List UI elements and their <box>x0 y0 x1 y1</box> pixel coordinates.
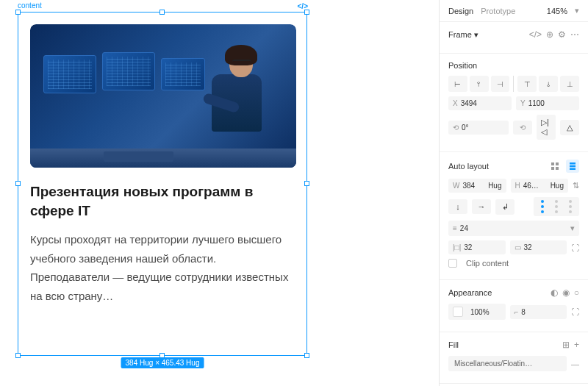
card-hero-image <box>30 24 296 168</box>
appearance-section-label: Appearance <box>448 288 492 297</box>
dev-handoff-icon[interactable]: </> <box>529 29 542 40</box>
fill-style-pill[interactable]: Miscellaneous/Floatin… <box>448 356 567 371</box>
settings-icon[interactable]: ⚙ <box>558 29 566 40</box>
svg-rect-6 <box>570 168 576 171</box>
selection-box: </> Презентация новых программ в сфере I… <box>18 12 307 356</box>
frame-name-label[interactable]: content <box>18 1 42 10</box>
x-position-field[interactable]: X3494 <box>448 96 512 110</box>
padding-h-field[interactable]: |□|32 <box>448 240 506 254</box>
direction-wrap-button[interactable]: ↲ <box>495 199 514 215</box>
padding-expand-icon[interactable]: ⛶ <box>571 243 579 252</box>
svg-rect-0 <box>551 162 554 165</box>
fill-add-button[interactable]: + <box>574 340 579 350</box>
align-center-h-button[interactable]: ⫯ <box>470 76 489 92</box>
direction-right-button[interactable]: → <box>472 199 491 214</box>
gap-field[interactable]: ≡24▾ <box>448 221 579 236</box>
svg-rect-2 <box>551 167 554 170</box>
clip-content-label: Clip content <box>466 259 509 268</box>
handle-top-right[interactable] <box>304 10 309 15</box>
frame-type-dropdown[interactable]: Frame ▾ <box>448 30 478 40</box>
svg-rect-5 <box>570 165 576 168</box>
dimension-badge: 384 Hug × 465.43 Hug <box>121 357 204 368</box>
opacity-field[interactable]: 100% <box>448 304 506 320</box>
autolayout-section-label: Auto layout <box>448 162 489 171</box>
tab-design[interactable]: Design <box>448 7 473 15</box>
zoom-level[interactable]: 145% <box>547 7 567 15</box>
handle-bottom-right[interactable] <box>304 353 309 358</box>
blend-mode-icon[interactable]: ◐ <box>551 287 558 298</box>
component-icon[interactable]: ⊕ <box>546 29 553 40</box>
position-section-label: Position <box>448 61 477 70</box>
svg-rect-4 <box>570 162 576 165</box>
align-top-button[interactable]: ⊤ <box>517 76 537 92</box>
fill-section-label: Fill <box>448 340 459 349</box>
handle-top-left[interactable] <box>15 10 21 15</box>
autolayout-none-button[interactable] <box>548 160 562 173</box>
flip-h-button[interactable]: ⟲ <box>513 121 532 135</box>
corner-radius-field[interactable]: ⌐8 <box>510 305 567 319</box>
align-right-button[interactable]: ⊣ <box>491 76 510 92</box>
flip-v-button[interactable]: ▷|◁ <box>537 115 556 140</box>
card-title: Презентация новых программ в сфере IT <box>30 182 296 220</box>
autolayout-vertical-button[interactable] <box>566 160 579 173</box>
width-field[interactable]: W384Hug <box>448 179 506 193</box>
padding-v-field[interactable]: ▭32 <box>510 240 567 254</box>
clip-content-checkbox[interactable] <box>448 259 457 268</box>
content-card[interactable]: Презентация новых программ в сфере IT Ку… <box>30 24 296 305</box>
fill-styles-icon[interactable]: ⊞ <box>562 340 570 350</box>
fill-remove-button[interactable]: — <box>571 360 579 368</box>
direction-down-button[interactable]: ↓ <box>448 199 467 214</box>
svg-rect-3 <box>556 167 559 170</box>
y-position-field[interactable]: Y1100 <box>516 96 579 110</box>
appearance-settings-icon[interactable]: ○ <box>574 287 579 298</box>
align-bottom-button[interactable]: ⊥ <box>560 76 579 92</box>
rotation-field[interactable]: ⟲0° <box>448 121 509 135</box>
height-field[interactable]: H46…Hug <box>511 179 569 193</box>
mirror-button[interactable]: △ <box>560 120 579 135</box>
tab-prototype[interactable]: Prototype <box>481 7 515 15</box>
align-left-button[interactable]: ⊢ <box>448 76 467 92</box>
svg-rect-1 <box>556 162 559 165</box>
more-icon[interactable]: ⋯ <box>570 29 579 40</box>
card-description: Курсы проходят на территории лучшего выс… <box>30 230 296 305</box>
visibility-icon[interactable]: ◉ <box>562 287 570 298</box>
handle-bottom-left[interactable] <box>15 353 21 358</box>
handle-mid-left[interactable] <box>15 181 21 186</box>
corner-expand-icon[interactable]: ⛶ <box>571 307 579 316</box>
canvas-area[interactable]: content </> Презентация новых программ в… <box>0 0 439 386</box>
adjust-icon[interactable]: ⇅ <box>573 181 579 190</box>
chevron-down-icon[interactable]: ▾ <box>575 6 579 15</box>
inspector-panel: Design Prototype 145% ▾ Frame ▾ </> ⊕ ⚙ … <box>439 0 588 386</box>
alignment-buttons: ⊢ ⫯ ⊣ ⊤ ⫰ ⊥ <box>448 76 579 92</box>
handle-mid-right[interactable] <box>304 181 309 186</box>
handle-mid-top[interactable] <box>159 10 165 15</box>
align-center-v-button[interactable]: ⫰ <box>539 76 558 92</box>
alignment-grid[interactable] <box>534 197 579 216</box>
